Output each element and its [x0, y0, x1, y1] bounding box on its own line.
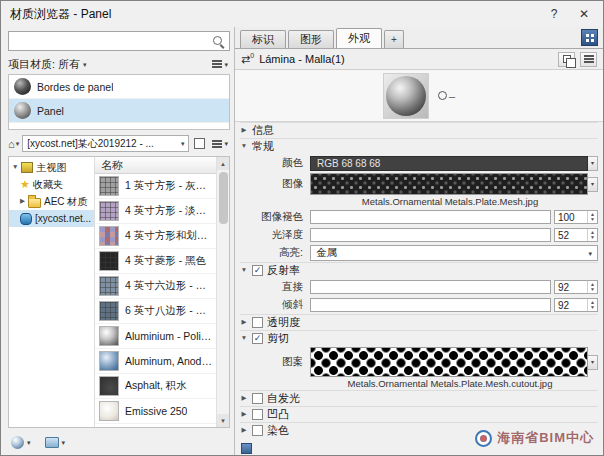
image-menu-button[interactable]: ▾	[588, 177, 598, 192]
direct-slider[interactable]	[310, 280, 551, 294]
section-bump[interactable]: ▶ 凹凸	[240, 406, 598, 422]
tint-checkbox[interactable]	[252, 425, 263, 436]
scrollbar-track[interactable]	[217, 170, 230, 414]
chevron-down-icon: ▾	[16, 140, 20, 147]
spinner[interactable]: ▲▼	[587, 229, 597, 241]
duplicate-asset-button[interactable]	[558, 52, 575, 67]
library-selector[interactable]: [xycost.net]某心2019212 - ... ▾	[22, 135, 189, 152]
image-fade-value[interactable]: 100 ▲▼	[554, 210, 598, 224]
library-material-row[interactable]: 4 英寸方形 - 淡紫色	[95, 199, 216, 224]
preview-options-button[interactable]: –	[438, 90, 455, 102]
section-transparency[interactable]: ▶ 透明度	[240, 314, 598, 330]
tree-item-library[interactable]: [xycost.net...	[9, 210, 94, 227]
scrollbar[interactable]: ▲ ▼	[216, 157, 229, 427]
library-material-row[interactable]: 6 英寸八边形 - 蓝灰色	[95, 299, 216, 324]
library-material-row[interactable]: Aluminium - Polished	[95, 324, 216, 349]
folder-icon	[28, 198, 41, 208]
library-view-options-button[interactable]: ▾	[210, 136, 230, 151]
expand-icon[interactable]: ▼	[240, 143, 248, 150]
asset-panel-button[interactable]	[241, 443, 252, 454]
section-reflectivity[interactable]: ▼ ✓ 反射率	[240, 262, 598, 278]
expand-icon[interactable]: ▼	[12, 164, 18, 171]
bump-checkbox[interactable]	[252, 409, 263, 420]
transparency-checkbox[interactable]	[252, 317, 263, 328]
add-asset-tab-button[interactable]: +	[384, 30, 404, 48]
spin-down-icon[interactable]: ▼	[590, 217, 595, 222]
scroll-up-button[interactable]: ▲	[217, 157, 230, 170]
search-box[interactable]	[8, 31, 230, 51]
spinner[interactable]: ▲▼	[587, 281, 597, 293]
material-preview[interactable]	[383, 73, 429, 119]
project-material-row[interactable]: Bordes de panel	[9, 75, 229, 99]
expand-icon[interactable]: ▼	[240, 267, 248, 274]
color-menu-button[interactable]: ▾	[588, 156, 598, 171]
collapse-icon[interactable]: ▶	[240, 427, 248, 434]
oblique-reflectivity-property: 倾斜 92 ▲▼	[240, 296, 598, 314]
tree-item-home-view[interactable]: ▼ 主视图	[9, 159, 94, 176]
highlights-dropdown[interactable]: 金属 ▾	[310, 245, 598, 261]
oblique-slider[interactable]	[310, 298, 551, 312]
glossiness-slider[interactable]	[310, 228, 551, 242]
cutout-texture-preview[interactable]	[310, 347, 588, 377]
tree-item-aec-materials[interactable]: ▶ AEC 材质	[9, 193, 94, 210]
color-property: 颜色 RGB 68 68 68 ▾	[240, 154, 598, 172]
toggle-library-panel-button[interactable]	[581, 29, 598, 46]
section-cutout[interactable]: ▼ ✓ 剪切	[240, 330, 598, 346]
direct-value[interactable]: 92 ▲▼	[554, 280, 598, 294]
tab-appearance[interactable]: 外观	[336, 28, 382, 48]
shared-asset-button[interactable]: ⇄0	[241, 52, 254, 66]
collapse-icon[interactable]: ▶	[240, 319, 248, 326]
help-button[interactable]: ?	[539, 4, 569, 24]
chevron-down-icon[interactable]: ▾	[83, 61, 87, 68]
section-self-illumination[interactable]: ▶ 自发光	[240, 390, 598, 406]
section-information[interactable]: ▶ 信息	[240, 122, 598, 138]
titlebar[interactable]: 材质浏览器 - Panel ? ✕	[1, 1, 603, 27]
image-fade-slider[interactable]	[310, 210, 551, 224]
spinner[interactable]: ▲▼	[587, 211, 597, 223]
self-illumination-checkbox[interactable]	[252, 393, 263, 404]
collapse-icon[interactable]: ▶	[240, 411, 248, 418]
home-button[interactable]: ⌂ ▾	[8, 138, 19, 150]
tree-item-favorites[interactable]: ★ 收藏夹	[9, 176, 94, 193]
library-material-row[interactable]: Emissive 250	[95, 399, 216, 424]
expand-icon[interactable]: ▼	[240, 335, 248, 342]
library-material-row[interactable]: 4 英寸六边形 - 蓝灰色	[95, 274, 216, 299]
tab-identity[interactable]: 标识	[240, 30, 286, 48]
list-column-header[interactable]: 名称	[95, 157, 216, 174]
search-input[interactable]	[13, 33, 212, 49]
section-general[interactable]: ▼ 常规	[240, 138, 598, 154]
material-thumbnail	[99, 351, 119, 371]
library-material-row[interactable]: 1 英寸方形 - 灰色马赛克	[95, 174, 216, 199]
section-tint[interactable]: ▶ 染色	[240, 422, 598, 438]
reflectivity-checkbox[interactable]: ✓	[252, 265, 263, 276]
project-material-row-selected[interactable]: Panel	[9, 99, 229, 123]
asset-menu-button[interactable]	[580, 52, 597, 67]
project-view-options-button[interactable]: ▾	[210, 57, 230, 72]
library-material-row[interactable]: 4 英寸菱形 - 黑色	[95, 249, 216, 274]
spin-down-icon[interactable]: ▼	[590, 235, 595, 240]
cutout-checkbox[interactable]: ✓	[252, 333, 263, 344]
library-material-row[interactable]: Aluminum, Anodized Silver	[95, 349, 216, 374]
project-filter-dropdown[interactable]: 所有	[58, 57, 80, 72]
cutout-menu-button[interactable]: ▾	[588, 355, 598, 370]
expand-library-panel-button[interactable]	[192, 136, 207, 151]
close-button[interactable]: ✕	[569, 4, 599, 24]
spin-down-icon[interactable]: ▼	[590, 305, 595, 310]
material-name: 4 英寸方形 - 淡紫色	[125, 204, 212, 218]
scroll-down-button[interactable]: ▼	[217, 414, 230, 427]
collapse-icon[interactable]: ▶	[240, 395, 248, 402]
glossiness-value[interactable]: 52 ▲▼	[554, 228, 598, 242]
oblique-value[interactable]: 92 ▲▼	[554, 298, 598, 312]
image-texture-preview[interactable]	[310, 173, 588, 195]
collapse-icon[interactable]: ▶	[20, 198, 25, 205]
spinner[interactable]: ▲▼	[587, 299, 597, 311]
tab-graphics[interactable]: 图形	[288, 30, 334, 48]
create-material-button[interactable]: ▾	[8, 435, 34, 450]
collapse-icon[interactable]: ▶	[240, 127, 248, 134]
open-library-button[interactable]: ▾	[42, 436, 69, 449]
scrollbar-thumb[interactable]	[219, 172, 228, 224]
color-swatch[interactable]: RGB 68 68 68	[310, 156, 588, 171]
library-material-row[interactable]: 4 英寸方形和划痕 - 柔和红蓝色	[95, 224, 216, 249]
library-material-row[interactable]: Asphalt, 积水	[95, 374, 216, 399]
spin-down-icon[interactable]: ▼	[590, 287, 595, 292]
